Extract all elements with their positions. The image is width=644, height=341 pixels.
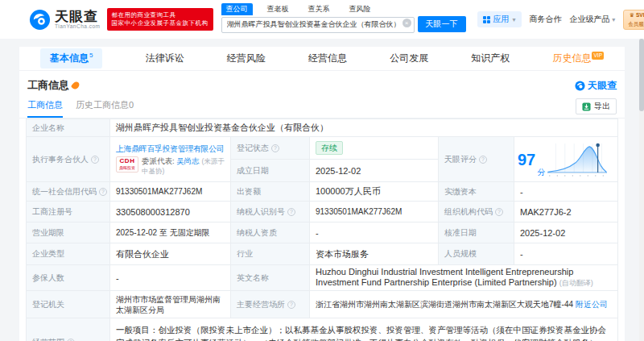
table-row: 营业期限 2025-12-02 至 无固定期限 纳税人资质 - 核准日期 202… <box>27 222 617 243</box>
industry-label: 行业 <box>231 243 310 264</box>
score-value: 97 <box>518 152 535 168</box>
page-gap <box>0 39 644 47</box>
tianyancha-page: 天眼查 TianYanCha.com 都在用的商业查询工具 国家中小企业发展子基… <box>0 0 644 341</box>
info-icon[interactable]: ? <box>495 208 503 216</box>
search-tab-risk[interactable]: 查风险 <box>345 3 376 15</box>
tianyancha-logo[interactable]: 天眼查 TianYanCha.com <box>29 9 101 31</box>
score-unit: 分 <box>537 167 545 178</box>
tax-qualification-label: 纳税人资质 <box>231 222 310 243</box>
industry-value: 资本市场服务 <box>310 243 439 264</box>
nearby-companies-link[interactable]: 附近公司 <box>576 299 608 310</box>
reg-authority-label: 登记机关 <box>27 291 110 318</box>
info-icon[interactable]: ? <box>271 144 279 152</box>
reg-status-value: 存续 <box>310 137 438 159</box>
tianyancha-logo-icon <box>29 9 51 31</box>
chevron-down-icon: ▾ <box>513 16 516 23</box>
partner-value: 上海鼎晖百孚投资管理有限公司 CDH鼎晖投资 委派代表: 吴尚志 (来源于中基协… <box>110 137 231 181</box>
svip-badge[interactable]: ♛ SVIP 会员服务 <box>623 10 644 30</box>
status-date-cells: 登记状态? 存续 成立日期 2025-12-02 <box>231 137 439 181</box>
export-icon <box>582 102 591 111</box>
info-icon[interactable]: ? <box>91 156 99 164</box>
english-name-label: 英文名称 <box>231 265 310 290</box>
tab-legal[interactable]: 法律诉讼 <box>146 52 184 65</box>
scrollbar-thumb[interactable] <box>639 39 644 111</box>
status-badge: 存续 <box>316 141 343 155</box>
table-row: 执行事务合伙人? 上海鼎晖百孚投资管理有限公司 CDH鼎晖投资 委派代表: 吴尚… <box>27 137 617 182</box>
partner-company-link[interactable]: 上海鼎晖百孚投资管理有限公司 <box>116 143 224 155</box>
table-row: 经营范围? 一般项目：创业投资（限投资未上市企业）；以私募基金从事股权投资、投资… <box>27 318 617 341</box>
nav-enterprise-products[interactable]: 企业级产品 ▾ <box>570 14 616 25</box>
flame-icon <box>71 81 81 91</box>
subtab-history-business-info[interactable]: 历史工商信息0 <box>76 99 134 118</box>
term-value: 2025-12-02 至 无固定期限 <box>110 222 231 243</box>
tianyancha-logo-icon <box>575 81 585 91</box>
tab-basic-info[interactable]: 基本信息5 <box>40 48 102 69</box>
org-code-label: 组织机构代码? <box>439 202 514 222</box>
nav-business-cooperation[interactable]: 商务合作 <box>530 14 562 25</box>
approval-date-value: 2025-12-02 <box>514 222 617 243</box>
table-row: 企业名称 湖州鼎晖产投具智创业投资基金合伙企业（有限合伙） <box>27 119 617 137</box>
staff-size-label: 人员规模 <box>439 243 514 264</box>
company-name-label: 企业名称 <box>27 119 110 136</box>
tab-operation-info[interactable]: 经营信息 <box>308 52 347 65</box>
reg-number-label: 工商注册号 <box>27 202 110 222</box>
term-label: 营业期限 <box>27 222 110 243</box>
clear-icon[interactable]: × <box>402 19 411 27</box>
credit-code-value: 91330501MAK277J62M <box>110 182 231 201</box>
info-icon[interactable]: ? <box>99 188 107 196</box>
company-type-value: 有限合伙企业 <box>110 243 231 264</box>
tab-ip[interactable]: 知识产权 <box>471 52 510 65</box>
scrollbar[interactable] <box>639 39 644 341</box>
business-scope-label: 经营范围? <box>27 318 110 341</box>
company-card: 基本信息5 法律诉讼 经营风险 经营信息 公司发展 知识产权 历史信息VIP 工… <box>19 47 625 341</box>
search-tab-boss[interactable]: 查老板 <box>262 3 294 15</box>
info-icon[interactable]: ? <box>287 208 295 216</box>
credit-code-label: 统一社会信用代码? <box>27 182 110 201</box>
business-info-table: 企业名称 湖州鼎晖产投具智创业投资基金合伙企业（有限合伙） 执行事务合伙人? 上… <box>26 119 618 341</box>
export-button[interactable]: 导出 <box>576 98 617 114</box>
tax-id-value: 91330501MAK277J62M <box>310 202 439 222</box>
score-distribution-chart <box>547 140 608 179</box>
apps-menu[interactable]: 应用▾ <box>477 11 522 27</box>
brand-slogan: 都在用的商业查询工具 国家中小企业发展子基金旗下机构 <box>107 8 213 31</box>
tab-company-development[interactable]: 公司发展 <box>390 52 428 65</box>
search-tabs: 查公司 查老板 查关系 查风险 <box>221 2 466 15</box>
search-tab-relation[interactable]: 查关系 <box>303 3 335 15</box>
search-button[interactable]: 天眼一下 <box>418 16 466 32</box>
business-site-label: 主要经营场所? <box>231 291 310 318</box>
top-bar: 天眼查 TianYanCha.com 都在用的商业查询工具 国家中小企业发展子基… <box>0 0 644 39</box>
company-name-value: 湖州鼎晖产投具智创业投资基金合伙企业（有限合伙） <box>110 119 617 136</box>
representative-link[interactable]: 吴尚志 <box>176 156 200 165</box>
subtab-business-info[interactable]: 工商信息 <box>27 99 63 118</box>
vip-tag: VIP <box>592 52 603 60</box>
info-icon[interactable]: ? <box>287 301 295 309</box>
search-tab-company[interactable]: 查公司 <box>221 3 253 15</box>
tab-history-info[interactable]: 历史信息VIP <box>552 52 603 65</box>
staff-size-value: - <box>514 243 617 264</box>
tab-count-badge: 5 <box>89 52 93 59</box>
brand-domain: TianYanCha.com <box>55 23 101 29</box>
chevron-down-icon: ▾ <box>612 16 615 23</box>
reg-number-value: 330508000312870 <box>110 202 231 222</box>
approval-date-label: 核准日期 <box>439 222 514 243</box>
reg-authority-value: 湖州市市场监督管理局湖州南太湖新区分局 <box>110 291 231 318</box>
top-nav: 应用▾ 商务合作 企业级产品 ▾ ♛ SVIP 会员服务 此处有▾ <box>477 10 644 30</box>
table-row: 统一社会信用代码? 91330501MAK277J62M 出资额 100000万… <box>27 182 617 202</box>
search-input[interactable] <box>221 17 415 33</box>
establish-date-label: 成立日期 <box>231 160 310 181</box>
table-row: 工商注册号 330508000312870 纳税人识别号? 91330501MA… <box>27 202 617 222</box>
search-area: 查公司 查老板 查关系 查风险 × 天眼一下 <box>221 2 466 33</box>
paid-capital-label: 实缴资本 <box>439 182 514 201</box>
insured-label: 参保人数 <box>27 265 110 290</box>
org-code-value: MAK277J6-2 <box>514 202 617 222</box>
company-type-label: 企业类型 <box>27 243 110 264</box>
paid-capital-value: - <box>514 182 617 201</box>
tab-operation-risk[interactable]: 经营风险 <box>227 52 266 65</box>
english-name-value: Huzhou Dinghui Industrial Investment Int… <box>310 264 617 292</box>
app-grid-icon <box>483 16 490 23</box>
tianyancha-watermark: 天眼查 <box>575 79 617 93</box>
table-row: 登记机关 湖州市市场监督管理局湖州南太湖新区分局 主要经营场所? 浙江省湖州市湖… <box>27 291 617 318</box>
capital-label: 出资额 <box>231 182 310 201</box>
info-icon[interactable]: ? <box>479 156 487 164</box>
subtab-row: 工商信息 历史工商信息0 导出 <box>19 97 625 119</box>
